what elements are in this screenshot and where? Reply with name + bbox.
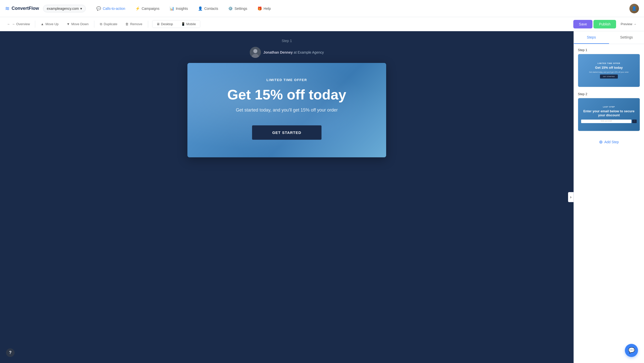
overview-button[interactable]: ← ← Overview <box>4 20 33 28</box>
panel-tabs: Steps Settings <box>574 31 644 44</box>
right-panel: Steps Settings Step 1 LIMITED TIME OFFER… <box>574 31 644 363</box>
sidebar-item-insights[interactable]: 📊 Insights <box>165 4 192 13</box>
step-1-preview: LIMITED TIME OFFER Get 15% off today Get… <box>578 54 640 87</box>
preview-button[interactable]: Preview → <box>617 20 640 28</box>
step-1-thumb-btn: GET STARTED <box>600 75 618 79</box>
duplicate-icon: ⧉ <box>100 22 102 26</box>
nav-right: 👤 <box>629 4 639 13</box>
help-question-mark: ? <box>9 350 12 355</box>
svg-point-1 <box>253 49 257 53</box>
move-down-button[interactable]: ▼ Move Down <box>63 20 92 28</box>
toolbar: ← ← Overview ▲ Move Up ▼ Move Down ⧉ Dup… <box>0 17 644 31</box>
canvas-area: Step 1 Jonathan Denney at Example Agency… <box>0 31 574 363</box>
tab-settings[interactable]: Settings <box>609 31 644 44</box>
publish-label: Publish <box>599 22 611 26</box>
save-label: Save <box>579 22 587 26</box>
brand-logo[interactable]: ≋ ConvertFlow <box>5 5 39 12</box>
mobile-icon: 📱 <box>181 22 185 26</box>
step-item-2: Step 2 LAST STEP Enter your email below … <box>578 92 640 131</box>
nav-help-label: Help <box>264 7 271 11</box>
step-1-thumb-headline: Get 15% off today <box>595 66 623 70</box>
step-2-thumbnail[interactable]: LAST STEP Enter your email below to secu… <box>578 98 640 131</box>
desktop-view-button[interactable]: 🖥 Desktop <box>152 20 177 28</box>
sidebar-item-contacts[interactable]: 👤 Contacts <box>193 4 223 13</box>
cta-button-label: GET STARTED <box>272 130 301 135</box>
cta-get-started-button[interactable]: GET STARTED <box>252 125 321 140</box>
back-arrow-icon: ← <box>7 22 10 26</box>
remove-button[interactable]: 🗑 Remove <box>122 20 146 28</box>
top-navigation: ≋ ConvertFlow exampleagency.com ▾ 💬 Call… <box>0 0 644 17</box>
sidebar-item-help[interactable]: 🎁 Help <box>253 4 275 13</box>
step-2-thumb-badge: LAST STEP <box>603 106 615 108</box>
creator-info: Jonathan Denney at Example Agency <box>250 47 324 58</box>
cta-headline: Get 15% off today <box>197 87 376 102</box>
mobile-label: Mobile <box>186 22 196 26</box>
collapse-panel-button[interactable]: › <box>568 192 574 202</box>
nav-campaigns-label: Campaigns <box>142 7 159 11</box>
step-1-thumb-sub: Get started today, and you'll get 15% of… <box>589 71 629 73</box>
nav-items: 💬 Calls-to-action ⚡ Campaigns 📊 Insights… <box>92 4 629 13</box>
site-selector[interactable]: exampleagency.com ▾ <box>43 5 86 12</box>
avatar-image: 👤 <box>629 4 639 13</box>
nav-insights-label: Insights <box>176 7 188 11</box>
toolbar-divider-1 <box>35 21 35 28</box>
step-label: Step 1 <box>282 39 292 43</box>
publish-button[interactable]: Publish <box>593 20 616 28</box>
remove-label: Remove <box>130 22 142 26</box>
add-step-button[interactable]: ⊕ Add Step <box>578 136 640 148</box>
help-button[interactable]: ? <box>6 348 15 357</box>
step-2-thumb-input-row: Enter your email → <box>581 120 637 123</box>
tab-settings-label: Settings <box>620 35 633 39</box>
chevron-right-icon: › <box>570 195 571 199</box>
nav-cta-label: Calls-to-action <box>103 7 125 11</box>
sidebar-item-campaigns[interactable]: ⚡ Campaigns <box>131 4 164 13</box>
trash-icon: 🗑 <box>125 22 129 26</box>
creator-avatar-image <box>250 47 261 58</box>
chat-icon: 💬 <box>628 347 635 354</box>
settings-icon: ⚙️ <box>228 6 233 11</box>
chat-button[interactable]: 💬 <box>625 344 638 357</box>
step-2-thumb-headline: Enter your email below to secure your di… <box>581 109 637 117</box>
creator-first-name: Jonathan Denney <box>263 50 293 54</box>
step-2-thumb-input: Enter your email <box>581 120 631 123</box>
insights-icon: 📊 <box>170 6 174 11</box>
toolbar-divider-3 <box>148 21 148 28</box>
cta-badge: LIMITED TIME OFFER <box>197 78 376 82</box>
preview-label: Preview → <box>621 22 636 26</box>
step-item-1: Step 1 LIMITED TIME OFFER Get 15% off to… <box>578 48 640 87</box>
move-up-button[interactable]: ▲ Move Up <box>37 20 62 28</box>
cta-icon: 💬 <box>96 6 101 11</box>
help-icon: 🎁 <box>257 6 262 11</box>
plus-circle-icon: ⊕ <box>599 139 603 145</box>
creator-at: at Example Agency <box>293 50 324 54</box>
logo-icon: ≋ <box>5 5 10 12</box>
main-layout: Step 1 Jonathan Denney at Example Agency… <box>0 31 644 363</box>
tab-steps[interactable]: Steps <box>574 31 609 44</box>
mobile-view-button[interactable]: 📱 Mobile <box>177 20 200 28</box>
view-toggle: 🖥 Desktop 📱 Mobile <box>152 20 200 28</box>
sidebar-item-settings[interactable]: ⚙️ Settings <box>224 4 252 13</box>
move-down-icon: ▼ <box>67 22 70 26</box>
nav-settings-label: Settings <box>234 7 247 11</box>
move-up-icon: ▲ <box>41 22 44 26</box>
step-1-label: Step 1 <box>578 48 640 52</box>
step-1-thumbnail[interactable]: LIMITED TIME OFFER Get 15% off today Get… <box>578 54 640 87</box>
site-selector-chevron: ▾ <box>80 7 82 11</box>
cta-subtext: Get started today, and you'll get 15% of… <box>197 107 376 113</box>
tab-steps-label: Steps <box>587 35 596 39</box>
step-2-label: Step 2 <box>578 92 640 96</box>
save-button[interactable]: Save <box>573 20 592 28</box>
avatar[interactable]: 👤 <box>629 4 639 13</box>
brand-name: ConvertFlow <box>12 6 39 11</box>
step-2-input-placeholder: Enter your email <box>601 120 612 122</box>
duplicate-button[interactable]: ⧉ Duplicate <box>96 20 121 28</box>
sidebar-item-cta[interactable]: 💬 Calls-to-action <box>92 4 130 13</box>
add-step-label: Add Step <box>604 140 619 144</box>
move-up-label: Move Up <box>46 22 59 26</box>
duplicate-label: Duplicate <box>104 22 117 26</box>
step-2-thumb-submit: → <box>632 120 637 123</box>
cta-card[interactable]: LIMITED TIME OFFER Get 15% off today Get… <box>187 63 386 157</box>
toolbar-divider-2 <box>94 21 94 28</box>
creator-name: Jonathan Denney at Example Agency <box>263 50 324 54</box>
contacts-icon: 👤 <box>198 6 203 11</box>
